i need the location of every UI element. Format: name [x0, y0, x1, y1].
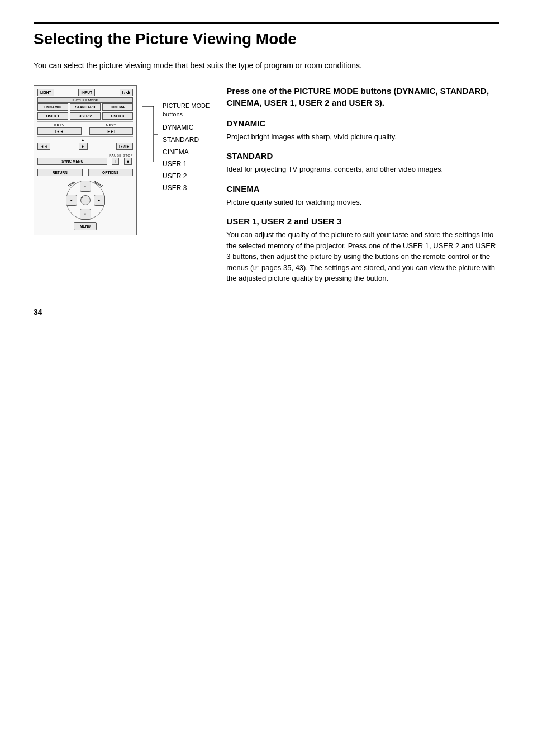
left-column: LIGHT INPUT I / ⏻ PICTURE MODE DYNAMIC S…: [34, 85, 210, 235]
cinema-body: Picture quality suited for watching movi…: [226, 197, 499, 208]
picture-mode-label: PICTURE MODE: [37, 97, 133, 103]
press-intro-block: Press one of the PICTURE MODE buttons (D…: [226, 85, 499, 108]
remote-container: LIGHT INPUT I / ⏻ PICTURE MODE DYNAMIC S…: [34, 85, 210, 235]
return-button[interactable]: RETURN: [37, 169, 83, 176]
dpad-center[interactable]: +: [80, 195, 91, 205]
standard-heading: STANDARD: [226, 151, 499, 160]
page-title: Selecting the Picture Viewing Mode: [34, 22, 499, 49]
pm-user3: USER 3: [163, 182, 210, 195]
play-label: ►: [79, 139, 88, 142]
power-button[interactable]: I / ⏻: [120, 89, 133, 96]
picture-mode-labels-block: PICTURE MODEbuttons DYNAMIC STANDARD CIN…: [163, 85, 210, 195]
cinema-heading: CINEMA: [226, 184, 499, 193]
prev-label: PREV: [37, 124, 82, 127]
dpad-right[interactable]: ►: [94, 195, 105, 206]
options-button[interactable]: OPTIONS: [88, 169, 134, 176]
dynamic-body: Project bright images with sharp, vivid …: [226, 131, 499, 143]
callout-arrow: [142, 101, 158, 168]
footer-divider: [47, 306, 48, 318]
pause-label: PAUSE: [109, 154, 121, 157]
section-cinema: CINEMA Picture quality suited for watchi…: [226, 184, 499, 208]
cinema-button[interactable]: CINEMA: [102, 103, 133, 111]
pause-button[interactable]: II: [112, 158, 120, 165]
dynamic-button[interactable]: DYNAMIC: [37, 103, 68, 111]
user3-button[interactable]: USER 3: [102, 112, 133, 120]
section-dynamic: DYNAMIC Project bright images with sharp…: [226, 119, 499, 143]
dynamic-heading: DYNAMIC: [226, 119, 499, 128]
right-column: Press one of the PICTURE MODE buttons (D…: [226, 85, 499, 284]
stop-button[interactable]: ■: [124, 158, 132, 165]
standard-button[interactable]: STANDARD: [70, 103, 101, 111]
dpad-down[interactable]: ▼: [80, 209, 91, 220]
pm-user1: USER 1: [163, 158, 210, 171]
input-button[interactable]: INPUT: [78, 89, 95, 96]
prev-icon-button[interactable]: I◄◄: [37, 127, 82, 135]
user123-body: You can adjust the quality of the pictur…: [226, 229, 499, 284]
user123-heading: USER 1, USER 2 and USER 3: [226, 216, 499, 226]
page-number: 34: [34, 308, 42, 316]
user1-button[interactable]: USER 1: [37, 112, 68, 120]
next-label: NEXT: [89, 124, 134, 127]
play-button[interactable]: ►: [79, 143, 88, 150]
dpad-up[interactable]: ▲: [80, 181, 91, 192]
dpad-left[interactable]: ◄: [66, 195, 77, 206]
footer: 34: [34, 306, 499, 318]
stop-label: STOP: [123, 154, 133, 157]
user2-button[interactable]: USER 2: [70, 112, 101, 120]
picture-mode-callout: PICTURE MODEbuttons DYNAMIC STANDARD CIN…: [142, 85, 210, 195]
ff-button[interactable]: I►/II►: [116, 143, 133, 150]
pm-user2: USER 2: [163, 171, 210, 183]
picture-mode-label-header: PICTURE MODEbuttons: [163, 102, 210, 119]
section-user123: USER 1, USER 2 and USER 3 You can adjust…: [226, 216, 499, 284]
pm-standard: STANDARD: [163, 134, 210, 147]
press-title: Press one of the PICTURE MODE buttons (D…: [226, 85, 499, 108]
pm-dynamic: DYNAMIC: [163, 122, 210, 134]
section-standard: STANDARD Ideal for projecting TV program…: [226, 151, 499, 175]
sync-menu-button[interactable]: SYNC MENU: [37, 158, 107, 165]
rewind-button[interactable]: ◄◄: [37, 143, 50, 150]
intro-text: You can select the picture viewing mode …: [34, 60, 499, 72]
next-icon-button[interactable]: ►►I: [89, 127, 134, 135]
menu-button[interactable]: MENU: [74, 222, 97, 230]
light-button[interactable]: LIGHT: [37, 89, 54, 96]
standard-body: Ideal for projecting TV programs, concer…: [226, 164, 499, 175]
dpad: ▲ ▼ ◄ ► + LENS RESET: [66, 181, 105, 220]
remote-control: LIGHT INPUT I / ⏻ PICTURE MODE DYNAMIC S…: [34, 85, 137, 235]
pm-cinema: CINEMA: [163, 147, 210, 159]
